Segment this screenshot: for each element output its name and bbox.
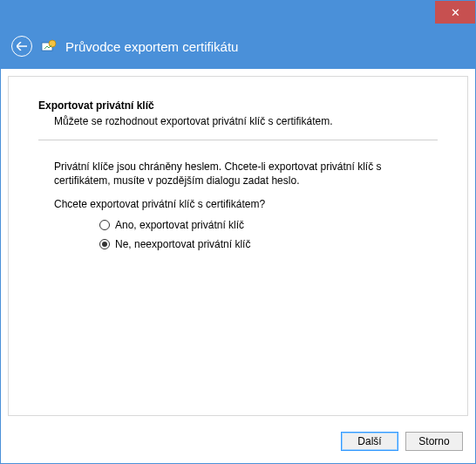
footer: Další Storno <box>1 423 475 463</box>
wizard-title: Průvodce exportem certifikátu <box>65 39 238 54</box>
radio-no-label: Ne, neexportovat privátní klíč <box>115 238 250 250</box>
content-area: Exportovat privátní klíč Můžete se rozho… <box>1 69 475 423</box>
certificate-wizard-icon <box>41 38 57 54</box>
radio-icon <box>99 239 110 249</box>
titlebar: ✕ <box>1 1 475 24</box>
arrow-left-icon <box>17 42 27 51</box>
radio-no[interactable]: Ne, neexportovat privátní klíč <box>99 238 438 250</box>
wizard-header: Průvodce exportem certifikátu <box>1 24 475 69</box>
radio-yes-label: Ano, exportovat privátní klíč <box>115 219 244 231</box>
radio-group: Ano, exportovat privátní klíč Ne, neexpo… <box>99 219 438 250</box>
wizard-window: ✕ Průvodce exportem certifikátu Exportov… <box>0 0 476 464</box>
question-text: Chcete exportovat privátní klíč s certif… <box>54 198 438 210</box>
cancel-button[interactable]: Storno <box>405 432 463 451</box>
back-button[interactable] <box>11 36 32 57</box>
close-button[interactable]: ✕ <box>435 1 475 24</box>
svg-point-1 <box>49 40 56 47</box>
info-text: Privátní klíče jsou chráněny heslem. Chc… <box>54 160 438 188</box>
section-title: Exportovat privátní klíč <box>38 99 438 112</box>
radio-yes[interactable]: Ano, exportovat privátní klíč <box>99 219 438 231</box>
close-icon: ✕ <box>451 6 460 19</box>
section-description: Můžete se rozhodnout exportovat privátní… <box>54 115 438 127</box>
next-button[interactable]: Další <box>341 432 398 451</box>
inner-panel: Exportovat privátní klíč Můžete se rozho… <box>8 76 468 416</box>
divider <box>38 140 438 140</box>
radio-icon <box>99 220 110 230</box>
